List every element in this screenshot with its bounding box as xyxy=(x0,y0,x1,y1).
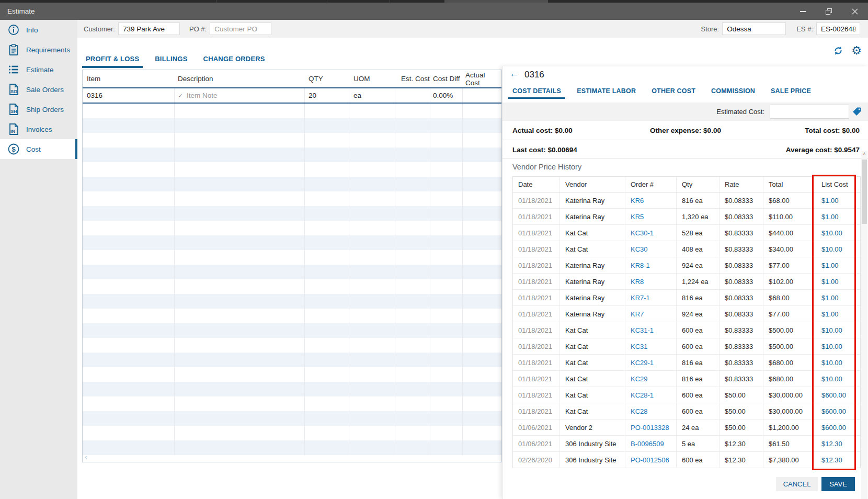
estimate-table-selected-row[interactable]: 0316 ✓ Item Note 20 ea 0.00% xyxy=(83,87,501,104)
sidebar-item-sale-orders[interactable]: SO Sale Orders xyxy=(0,80,77,99)
order-number-link[interactable]: KC28 xyxy=(625,403,677,419)
total-cell: $68.00 xyxy=(763,192,813,208)
order-number-link[interactable]: KC29-1 xyxy=(625,355,677,370)
tab-change-orders[interactable]: CHANGE ORDERS xyxy=(203,55,265,68)
estimate-empty-row xyxy=(83,323,501,338)
sidebar-item-invoices[interactable]: IN Invoices xyxy=(0,119,77,139)
order-number-link[interactable]: KC31-1 xyxy=(625,322,677,338)
tab-estimate-labor[interactable]: ESTIMATE LABOR xyxy=(577,87,636,99)
tab-other-cost[interactable]: OTHER COST xyxy=(652,87,695,99)
order-number-link[interactable]: KC31 xyxy=(625,338,677,354)
back-arrow-button[interactable]: ← xyxy=(509,68,519,80)
description-cell[interactable]: ✓ Item Note xyxy=(175,88,305,103)
empty-cell xyxy=(305,294,349,309)
order-number-link[interactable]: KR7-1 xyxy=(625,290,677,305)
vendor-column-header-vendor[interactable]: Vendor xyxy=(560,177,625,192)
cancel-button[interactable]: CANCEL xyxy=(776,477,818,491)
tab-sale-price[interactable]: SALE PRICE xyxy=(771,87,811,99)
empty-cell xyxy=(175,148,305,162)
save-button[interactable]: SAVE xyxy=(821,477,855,491)
vendor-cell: Kat Cat xyxy=(560,387,625,403)
order-number-link[interactable]: KC30 xyxy=(625,241,677,257)
empty-cell xyxy=(305,396,349,411)
close-button[interactable] xyxy=(842,3,868,20)
tab-commission[interactable]: COMMISSION xyxy=(711,87,755,99)
sidebar-item-ship-orders[interactable]: SH Ship Orders xyxy=(0,99,77,119)
empty-cell xyxy=(175,396,305,411)
restore-button[interactable] xyxy=(816,3,842,20)
order-number-link[interactable]: PO-0012506 xyxy=(625,452,677,468)
empty-cell xyxy=(395,250,430,265)
settings-gear-icon[interactable]: ⚙ xyxy=(851,46,862,56)
minimize-button[interactable] xyxy=(790,3,816,20)
es-number-input[interactable] xyxy=(816,22,860,35)
order-number-link[interactable]: KR8-1 xyxy=(625,257,677,273)
panel-scrollbar[interactable]: ∧ xyxy=(861,151,867,499)
sidebar-item-cost[interactable]: $ Cost xyxy=(0,139,77,159)
estimated-cost-input[interactable] xyxy=(770,105,849,119)
column-header-uom[interactable]: UOM xyxy=(349,70,395,87)
order-number-link[interactable]: PO-0013328 xyxy=(625,419,677,435)
empty-cell xyxy=(83,426,175,440)
order-number-link[interactable]: KR5 xyxy=(625,209,677,224)
store-input[interactable] xyxy=(722,22,786,35)
tab-cost-details[interactable]: COST DETAILS xyxy=(512,87,561,99)
order-number-link[interactable]: KC29 xyxy=(625,371,677,387)
scrollbar-thumb[interactable] xyxy=(862,160,867,224)
empty-cell xyxy=(430,309,463,323)
empty-cell xyxy=(83,265,175,279)
order-number-link[interactable]: B-0096509 xyxy=(625,436,677,451)
sidebar-item-requirements[interactable]: Requirements xyxy=(0,40,77,60)
estimate-table-empty-rows xyxy=(83,104,501,455)
vendor-column-header-qty[interactable]: Qty xyxy=(677,177,719,192)
column-header-est-cost[interactable]: Est. Cost xyxy=(395,70,430,87)
list-cost-cell: $600.00 xyxy=(813,387,860,403)
empty-cell xyxy=(305,235,349,250)
column-header-description[interactable]: Description xyxy=(175,70,305,87)
empty-cell xyxy=(305,148,349,162)
customer-input[interactable] xyxy=(118,22,180,35)
po-input[interactable] xyxy=(210,22,271,35)
vendor-column-header-total[interactable]: Total xyxy=(763,177,813,192)
total-cell: $500.00 xyxy=(763,338,813,354)
estimate-empty-row xyxy=(83,250,501,265)
empty-cell xyxy=(430,411,463,426)
tab-billings[interactable]: BILLINGS xyxy=(155,55,187,68)
column-header-actual-cost[interactable]: Actual Cost xyxy=(463,70,501,87)
uom-cell[interactable]: ea xyxy=(349,88,395,103)
vendor-column-header-date[interactable]: Date xyxy=(513,177,560,192)
vendor-column-header-order[interactable]: Order # xyxy=(625,177,677,192)
actual-cost-cell[interactable] xyxy=(463,88,501,103)
column-header-item[interactable]: Item xyxy=(83,70,175,87)
refresh-icon[interactable] xyxy=(832,45,844,56)
rate-cell: $0.83333 xyxy=(719,322,763,338)
item-cell[interactable]: 0316 xyxy=(83,88,175,103)
empty-cell xyxy=(395,235,430,250)
app-body: Info Requirements Estimate SO Sale Order… xyxy=(0,20,868,499)
order-number-link[interactable]: KR8 xyxy=(625,274,677,289)
empty-cell xyxy=(83,118,175,133)
vendor-column-header-rate[interactable]: Rate xyxy=(719,177,763,192)
order-number-link[interactable]: KC28-1 xyxy=(625,387,677,403)
qty-cell[interactable]: 20 xyxy=(305,88,349,103)
sidebar-item-info[interactable]: Info xyxy=(0,20,77,40)
order-number-link[interactable]: KC30-1 xyxy=(625,225,677,241)
scroll-left-chevron-icon[interactable]: ‹ xyxy=(85,453,87,461)
estimate-empty-row xyxy=(83,367,501,382)
tab-profit-and-loss[interactable]: PROFIT & LOSS xyxy=(86,55,139,68)
column-header-qty[interactable]: QTY xyxy=(305,70,349,87)
cost-diff-cell[interactable]: 0.00% xyxy=(430,88,463,103)
column-header-cost-diff[interactable]: Cost Diff xyxy=(430,70,463,87)
price-tag-icon[interactable] xyxy=(852,106,862,117)
svg-text:SH: SH xyxy=(10,109,17,114)
sidebar-item-estimate[interactable]: Estimate xyxy=(0,60,77,80)
estimate-empty-row xyxy=(83,382,501,396)
est-cost-cell[interactable] xyxy=(395,88,430,103)
order-number-link[interactable]: KR6 xyxy=(625,192,677,208)
order-number-link[interactable]: KR7 xyxy=(625,306,677,322)
vendor-column-header-list-cost[interactable]: List Cost xyxy=(813,177,860,192)
scroll-up-arrow-icon[interactable]: ∧ xyxy=(861,151,867,156)
estimate-empty-row xyxy=(83,265,501,279)
empty-cell xyxy=(395,191,430,206)
empty-cell xyxy=(395,294,430,309)
